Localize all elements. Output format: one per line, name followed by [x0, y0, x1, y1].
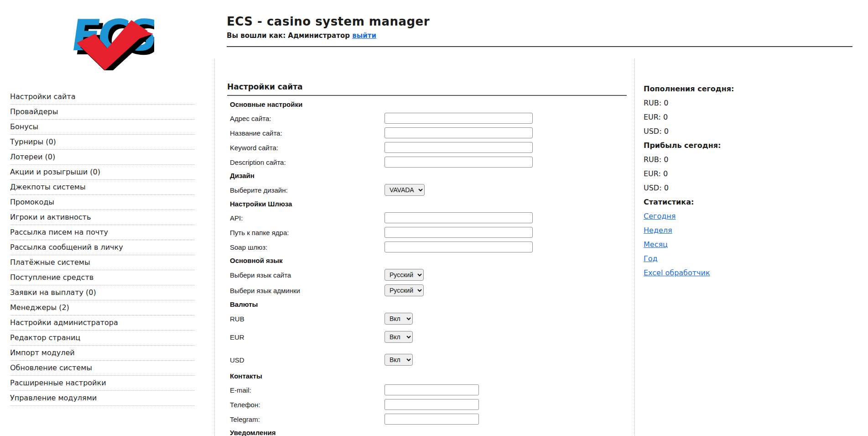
site-description-input[interactable]: [385, 157, 533, 168]
stat-link[interactable]: Год: [644, 254, 658, 263]
design-label: Выберите дизайн:: [230, 186, 385, 194]
stat-value: EUR: 0: [644, 110, 868, 124]
site-keyword-label: Keyword сайта:: [230, 144, 385, 152]
stats-panel: Пополнения сегодня:RUB: 0EUR: 0USD: 0При…: [635, 58, 868, 280]
eur-label: EUR: [230, 333, 385, 341]
sidebar-item[interactable]: Настройки администратора: [10, 315, 195, 331]
app-title: ECS - casino system manager: [227, 15, 430, 28]
sidebar-item[interactable]: Настройки сайта: [10, 89, 195, 105]
sidebar-item[interactable]: Джекпоты системы: [10, 180, 195, 195]
header: ECS - casino system manager Вы вошли как…: [227, 15, 430, 40]
sidebar-item[interactable]: Промокоды: [10, 195, 195, 210]
api-input[interactable]: [385, 212, 533, 223]
site-language-select[interactable]: Русский: [385, 269, 424, 281]
sidebar-item[interactable]: Поступление средств: [10, 270, 195, 285]
header-divider: [227, 46, 852, 47]
phone-label: Телефон:: [230, 401, 385, 409]
section-title: Основной язык: [230, 257, 634, 265]
sidebar-item[interactable]: Расширенные настройки: [10, 376, 195, 391]
ecs-logo: ECS ECS: [63, 6, 154, 70]
login-status: Вы вошли как: Администратор выйти: [227, 32, 430, 40]
section-title: Уведомления: [230, 429, 634, 436]
rub-label: RUB: [230, 315, 385, 323]
main-content: Настройки сайта Основные настройкиАдрес …: [214, 58, 635, 436]
telegram-input[interactable]: [385, 414, 479, 425]
site-address-input[interactable]: [385, 113, 533, 124]
title-divider: [227, 95, 627, 96]
form-row: Keyword сайта:: [230, 142, 634, 153]
form-row: Выбери язык админкиРусский: [230, 284, 634, 296]
soap-gateway-label: Soap шлюз:: [230, 243, 385, 251]
sidebar-item[interactable]: Рассылка писем на почту: [10, 225, 195, 240]
form-row: Телефон:: [230, 399, 634, 410]
sidebar-item[interactable]: Редактор страниц: [10, 331, 195, 346]
form-row: USDВкл: [230, 354, 634, 366]
stat-link[interactable]: Excel обработчик: [644, 268, 710, 277]
usd-label: USD: [230, 356, 385, 364]
settings-form: Основные настройкиАдрес сайта:Название с…: [227, 100, 634, 436]
stat-value: RUB: 0: [644, 96, 868, 110]
stat-group-title: Пополнения сегодня:: [644, 82, 868, 96]
stat-link-row: Сегодня: [644, 209, 868, 223]
admin-language-label: Выбери язык админки: [230, 287, 385, 294]
sidebar-item[interactable]: Игроки и активность: [10, 210, 195, 225]
login-status-text: Вы вошли как: Администратор: [227, 32, 350, 40]
site-address-label: Адрес сайта:: [230, 115, 385, 122]
page-title: Настройки сайта: [227, 82, 634, 91]
email-label: E-mail:: [230, 386, 385, 394]
stat-link[interactable]: Месяц: [644, 240, 668, 249]
sidebar-item[interactable]: Рассылка сообщений в личку: [10, 240, 195, 255]
sidebar-item[interactable]: Импорт модулей: [10, 346, 195, 361]
site-name-label: Название сайта:: [230, 129, 385, 137]
stat-link-row: Excel обработчик: [644, 266, 868, 280]
core-path-label: Путь к папке ядра:: [230, 229, 385, 236]
sidebar-item[interactable]: Заявки на выплату (0): [10, 285, 195, 300]
sidebar-item[interactable]: Лотереи (0): [10, 150, 195, 165]
sidebar-item[interactable]: Провайдеры: [10, 105, 195, 120]
site-language-label: Выбери язык сайта: [230, 271, 385, 279]
sidebar-item[interactable]: Менеджеры (2): [10, 300, 195, 315]
sidebar-item[interactable]: Платёжные системы: [10, 255, 195, 270]
site-keyword-input[interactable]: [385, 142, 533, 153]
rub-select[interactable]: Вкл: [385, 313, 413, 325]
stat-link[interactable]: Сегодня: [644, 212, 676, 221]
form-row: API:: [230, 212, 634, 223]
stat-value: RUB: 0: [644, 152, 868, 167]
design-select[interactable]: VAVADA: [385, 184, 425, 196]
sidebar-nav: Настройки сайтаПровайдерыБонусыТурниры (…: [10, 89, 195, 406]
core-path-input[interactable]: [385, 227, 533, 238]
form-row: Выбери язык сайтаРусский: [230, 269, 634, 281]
logout-link[interactable]: выйти: [352, 32, 376, 40]
stat-link[interactable]: Неделя: [644, 226, 672, 235]
form-row: E-mail:: [230, 384, 634, 395]
section-title: Дизайн: [230, 172, 634, 180]
usd-select[interactable]: Вкл: [385, 354, 413, 366]
stat-link-row: Месяц: [644, 237, 868, 252]
sidebar-item[interactable]: Управление модулями: [10, 391, 195, 406]
site-name-input[interactable]: [385, 127, 533, 138]
email-input[interactable]: [385, 384, 479, 395]
sidebar-item[interactable]: Бонусы: [10, 120, 195, 135]
form-row: Telegram:: [230, 414, 634, 425]
eur-select[interactable]: Вкл: [385, 331, 413, 343]
form-row: Выберите дизайн:VAVADA: [230, 184, 634, 196]
sidebar-item[interactable]: Обновление системы: [10, 361, 195, 376]
soap-gateway-input[interactable]: [385, 242, 533, 252]
form-row: Soap шлюз:: [230, 242, 634, 252]
form-row: Название сайта:: [230, 127, 634, 138]
site-description-label: Description сайта:: [230, 158, 385, 166]
form-row: Description сайта:: [230, 157, 634, 168]
admin-language-select[interactable]: Русский: [385, 284, 424, 296]
stat-link-row: Неделя: [644, 223, 868, 237]
section-title: Настройки Шлюза: [230, 200, 634, 208]
form-row: Путь к папке ядра:: [230, 227, 634, 238]
form-row: RUBВкл: [230, 313, 634, 325]
section-title: Валюты: [230, 300, 634, 309]
stat-link-row: Год: [644, 252, 868, 266]
phone-input[interactable]: [385, 399, 479, 410]
sidebar-item[interactable]: Акции и розыгрыши (0): [10, 165, 195, 180]
sidebar-item[interactable]: Турниры (0): [10, 135, 195, 150]
section-title: Основные настройки: [230, 100, 634, 109]
stat-group-title: Прибыль сегодня:: [644, 138, 868, 152]
stat-value: USD: 0: [644, 181, 868, 195]
